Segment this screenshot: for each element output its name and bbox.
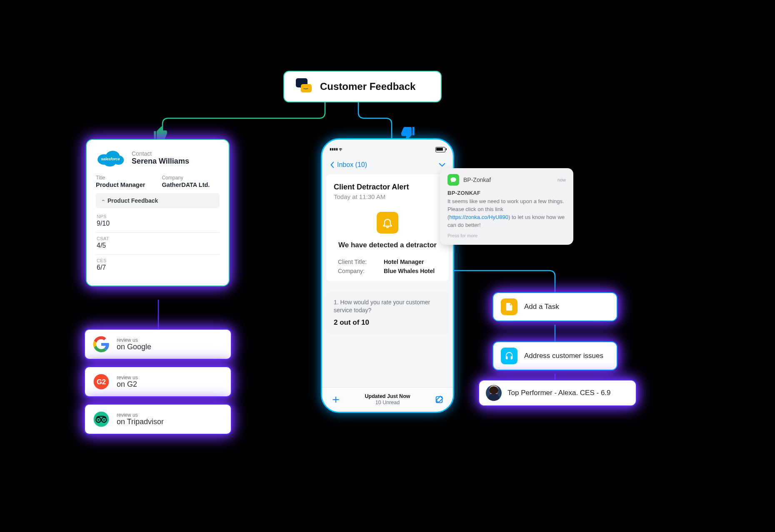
inbox-back-button[interactable]: Inbox (10): [330, 161, 367, 169]
compose-plus-icon[interactable]: [331, 395, 340, 404]
battery-icon: [435, 147, 445, 152]
headphones-icon: [501, 348, 518, 364]
inbox-label: Inbox (10): [337, 161, 367, 169]
notification-body: It seems like we need to work upon a few…: [448, 198, 566, 229]
alert-title: Client Detractor Alert: [334, 183, 441, 191]
compose-icon[interactable]: [435, 395, 444, 404]
review-g2[interactable]: G2 review uson G2: [84, 366, 232, 397]
salesforce-contact-card: salesforce Contact Serena Williams Title…: [86, 139, 230, 286]
svg-point-10: [98, 419, 99, 421]
chevron-left-icon: [330, 162, 335, 168]
survey-question: 1. How would you rate your customer serv…: [326, 292, 449, 334]
salesforce-logo-icon: salesforce: [96, 148, 125, 167]
svg-text:G2: G2: [97, 378, 106, 386]
review-google[interactable]: review uson Google: [84, 329, 232, 360]
phone-status-bar: ▮▮▮▮ ᯤ: [330, 144, 445, 155]
push-notification[interactable]: BP-Zonkaf now BP-ZONKAF It seems like we…: [440, 168, 573, 245]
chat-bubbles-icon: [294, 78, 312, 95]
company-value: GatherDATA Ltd.: [162, 181, 210, 188]
pill-title: Customer Feedback: [320, 81, 415, 92]
customer-feedback-pill: Customer Feedback: [283, 71, 442, 102]
product-feedback-section[interactable]: Product Feedback: [96, 193, 220, 208]
contact-name: Serena Williams: [132, 157, 189, 166]
phone-mock: ▮▮▮▮ ᯤ Inbox (10) Client Detractor Alert…: [321, 138, 454, 413]
metric-row: CES6/7: [96, 255, 220, 276]
svg-point-11: [103, 419, 105, 421]
title-label: Title: [96, 175, 145, 181]
chevron-down-icon[interactable]: [439, 162, 445, 167]
svg-text:salesforce: salesforce: [101, 157, 120, 161]
signal-icon: ▮▮▮▮ ᯤ: [330, 147, 343, 152]
tripadvisor-logo-icon: [92, 410, 110, 428]
messages-app-icon: [448, 174, 459, 186]
add-task-chip[interactable]: Add a Task: [492, 292, 618, 321]
metric-row: NPS9/10: [96, 211, 220, 233]
top-performer-chip[interactable]: Top Performer - Alexa. CES - 6.9: [478, 380, 637, 406]
detect-heading: We have detected a detractor: [334, 241, 441, 249]
alert-time: Today at 11:30 AM: [334, 193, 441, 200]
g2-logo-icon: G2: [92, 373, 110, 390]
inbox-status: Updated Just Now10 Unread: [365, 393, 410, 406]
address-issues-chip[interactable]: Address customer issues: [492, 341, 618, 370]
bell-icon: [377, 212, 398, 234]
google-logo-icon: [92, 336, 110, 353]
review-tripadvisor[interactable]: review uson Tripadvisor: [84, 404, 232, 435]
metric-row: CSAT4/5: [96, 233, 220, 255]
notification-link[interactable]: https://zonka.co/HyU890: [449, 214, 508, 220]
company-label: Company: [162, 175, 210, 181]
avatar-icon: [486, 385, 502, 401]
contact-label: Contact: [132, 150, 189, 157]
file-icon: [501, 298, 518, 315]
connector-sf-to-reviews: [154, 300, 162, 330]
title-value: Product Manager: [96, 181, 145, 188]
